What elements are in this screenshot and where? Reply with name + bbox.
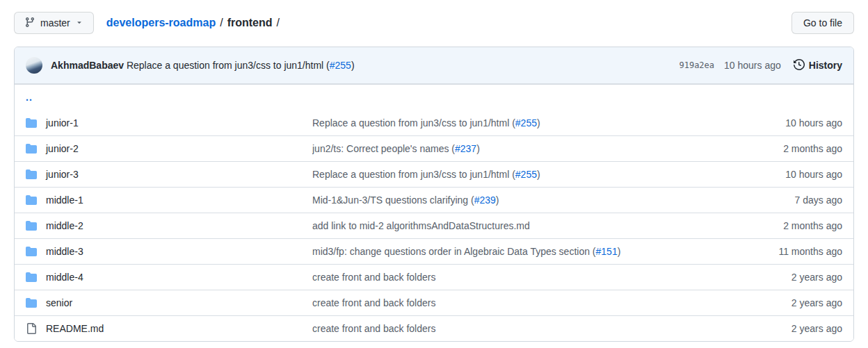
commit-time: 10 hours ago bbox=[724, 60, 781, 71]
parent-directory-link[interactable]: .. bbox=[26, 92, 33, 103]
file-name-link[interactable]: middle-3 bbox=[46, 246, 83, 257]
file-name-cell: middle-2 bbox=[15, 220, 312, 231]
commit-age: 7 days ago bbox=[728, 194, 853, 206]
folder-icon bbox=[26, 246, 37, 257]
folder-icon bbox=[26, 220, 37, 231]
file-browser-box: AkhmadBabaev Replace a question from jun… bbox=[14, 47, 854, 342]
folder-icon bbox=[26, 117, 37, 129]
commit-age: 10 hours ago bbox=[728, 169, 853, 180]
commit-issue-link[interactable]: #255 bbox=[330, 60, 351, 71]
row-issue-link[interactable]: #151 bbox=[596, 246, 618, 257]
parent-directory-row[interactable]: .. bbox=[15, 84, 853, 110]
history-label: History bbox=[809, 60, 842, 71]
commit-hash-link[interactable]: 919a2ea bbox=[679, 60, 714, 70]
commit-age: 10 hours ago bbox=[728, 117, 853, 129]
breadcrumb-separator: / bbox=[220, 17, 223, 29]
file-name-link[interactable]: README.md bbox=[46, 323, 104, 334]
file-name-cell: middle-4 bbox=[15, 272, 312, 283]
commit-age: 11 months ago bbox=[728, 246, 853, 257]
row-commit-message-suffix: ) bbox=[476, 143, 480, 154]
row-issue-link[interactable]: #239 bbox=[474, 194, 496, 206]
commit-message-cell: mid3/fp: change questions order in Algeb… bbox=[312, 246, 728, 257]
topbar: master developers-roadmap / frontend / G… bbox=[14, 10, 854, 35]
table-row: middle-3mid3/fp: change questions order … bbox=[15, 238, 853, 264]
branch-selector-button[interactable]: master bbox=[14, 12, 94, 34]
commit-message-suffix: ) bbox=[351, 60, 355, 71]
file-name-cell: middle-1 bbox=[15, 194, 312, 206]
commit-age: 2 months ago bbox=[728, 220, 853, 231]
commit-message-cell: Replace a question from jun3/css to jun1… bbox=[312, 169, 728, 180]
table-row: README.mdcreate front and back folders2 … bbox=[15, 315, 853, 341]
folder-icon bbox=[26, 272, 37, 283]
row-commit-message-suffix: ) bbox=[537, 169, 540, 180]
folder-icon bbox=[26, 297, 37, 308]
history-clock-icon bbox=[794, 59, 805, 72]
table-row: middle-1Mid-1&Jun-3/TS questions clarify… bbox=[15, 187, 853, 213]
commit-age: 2 months ago bbox=[728, 143, 853, 154]
row-commit-message-suffix: ) bbox=[618, 246, 621, 257]
file-name-cell: junior-1 bbox=[15, 117, 312, 129]
row-commit-message-link[interactable]: jun2/ts: Correct people's names ( bbox=[312, 143, 455, 154]
chevron-down-icon bbox=[75, 17, 83, 28]
parent-directory-cell: .. bbox=[15, 92, 312, 103]
commit-message-cell: Mid-1&Jun-3/TS questions clarifying (#23… bbox=[312, 194, 728, 206]
table-row: junior-1Replace a question from jun3/css… bbox=[15, 110, 853, 135]
table-row: middle-4create front and back folders2 y… bbox=[15, 264, 853, 290]
commit-message-cell: Replace a question from jun3/css to jun1… bbox=[312, 117, 728, 129]
commit-author-link[interactable]: AkhmadBabaev bbox=[51, 60, 124, 71]
avatar[interactable] bbox=[26, 57, 42, 74]
breadcrumb-current-dir: frontend bbox=[227, 17, 273, 29]
file-name-link[interactable]: junior-2 bbox=[46, 143, 79, 154]
commit-message[interactable]: Replace a question from jun3/css to jun1… bbox=[127, 60, 330, 71]
file-icon bbox=[26, 323, 37, 334]
commit-age: 2 years ago bbox=[728, 272, 853, 283]
folder-icon bbox=[26, 169, 37, 180]
file-name-link[interactable]: senior bbox=[46, 297, 72, 308]
file-name-link[interactable]: junior-3 bbox=[46, 169, 79, 180]
file-name-cell: junior-3 bbox=[15, 169, 312, 180]
file-name-cell: junior-2 bbox=[15, 143, 312, 154]
commit-message-cell: create front and back folders bbox=[312, 323, 728, 334]
row-commit-message-link[interactable]: create front and back folders bbox=[312, 323, 435, 334]
file-name-link[interactable]: middle-1 bbox=[46, 194, 83, 206]
row-issue-link[interactable]: #255 bbox=[515, 169, 537, 180]
file-name-link[interactable]: middle-4 bbox=[46, 272, 83, 283]
folder-icon bbox=[26, 143, 37, 154]
row-commit-message-link[interactable]: add link to mid-2 algorithmsAndDataStruc… bbox=[312, 220, 530, 231]
row-commit-message-link[interactable]: mid3/fp: change questions order in Algeb… bbox=[312, 246, 596, 257]
folder-icon bbox=[26, 194, 37, 206]
breadcrumb: developers-roadmap / frontend / bbox=[106, 17, 280, 29]
row-issue-link[interactable]: #237 bbox=[455, 143, 476, 154]
row-commit-message-suffix: ) bbox=[537, 117, 540, 129]
commit-age: 2 years ago bbox=[728, 297, 853, 308]
file-name-link[interactable]: junior-1 bbox=[46, 117, 79, 129]
commit-message-cell: jun2/ts: Correct people's names (#237) bbox=[312, 143, 728, 154]
table-row: seniorcreate front and back folders2 yea… bbox=[15, 290, 853, 315]
row-commit-message-link[interactable]: create front and back folders bbox=[312, 272, 435, 283]
row-issue-link[interactable]: #255 bbox=[515, 117, 537, 129]
breadcrumb-separator: / bbox=[277, 17, 280, 29]
commit-message-cell: create front and back folders bbox=[312, 297, 728, 308]
file-name-cell: senior bbox=[15, 297, 312, 308]
commit-message-cell: add link to mid-2 algorithmsAndDataStruc… bbox=[312, 220, 728, 231]
table-row: junior-2jun2/ts: Correct people's names … bbox=[15, 135, 853, 161]
history-link[interactable]: History bbox=[794, 59, 842, 72]
latest-commit-header: AkhmadBabaev Replace a question from jun… bbox=[15, 47, 853, 84]
go-to-file-button[interactable]: Go to file bbox=[791, 12, 854, 34]
commit-message-cell: create front and back folders bbox=[312, 272, 728, 283]
row-commit-message-link[interactable]: create front and back folders bbox=[312, 297, 435, 308]
repo-file-browser: master developers-roadmap / frontend / G… bbox=[0, 0, 868, 348]
git-branch-icon bbox=[24, 17, 35, 30]
table-row: middle-2add link to mid-2 algorithmsAndD… bbox=[15, 213, 853, 238]
row-commit-message-link[interactable]: Replace a question from jun3/css to jun1… bbox=[312, 117, 515, 129]
file-name-link[interactable]: middle-2 bbox=[46, 220, 83, 231]
commit-age: 2 years ago bbox=[728, 323, 853, 334]
commit-meta: 919a2ea 10 hours ago History bbox=[679, 59, 842, 72]
row-commit-message-link[interactable]: Mid-1&Jun-3/TS questions clarifying ( bbox=[312, 194, 474, 206]
file-name-cell: README.md bbox=[15, 323, 312, 334]
commit-summary: AkhmadBabaev Replace a question from jun… bbox=[51, 60, 679, 71]
breadcrumb-repo-link[interactable]: developers-roadmap bbox=[106, 17, 216, 29]
row-commit-message-link[interactable]: Replace a question from jun3/css to jun1… bbox=[312, 169, 515, 180]
file-list: junior-1Replace a question from jun3/css… bbox=[15, 110, 853, 341]
row-commit-message-suffix: ) bbox=[496, 194, 499, 206]
